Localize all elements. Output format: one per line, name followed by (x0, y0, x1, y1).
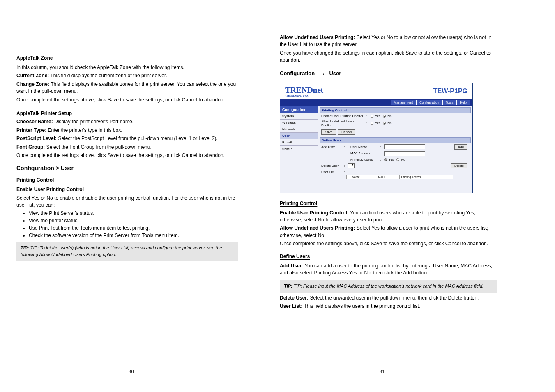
enable-user-printing-left: Enable User Printing Control (16, 186, 238, 193)
enable-user-printing-right: Enable User Printing Control: You can li… (280, 210, 497, 224)
table-col-pa: Printing Access (399, 175, 453, 179)
model-label: TEW-P1PG (433, 88, 467, 95)
postscript-level: PostScript Level: Select the PostScript … (16, 135, 238, 142)
define-users-head: Define Users (280, 254, 497, 259)
radio-pa-yes[interactable] (384, 158, 387, 161)
printer-setup-save: Once completed the settings above, click… (16, 152, 238, 159)
enable-user-printing-text-left: Select Yes or No to enable or disable th… (16, 195, 238, 209)
breadcrumb-arrow: Configuration → User (280, 69, 497, 78)
opt-3: Use Print Test from the Tools menu item … (29, 225, 238, 231)
table-col-name: Name (350, 175, 376, 179)
radio-allow-yes[interactable] (371, 122, 373, 125)
opt-2: View the printer status. (29, 218, 238, 224)
user-name-input[interactable] (384, 144, 425, 149)
tip-box-left: TIP: TIP: To let the user(s) (who is not… (16, 242, 238, 261)
section-configuration-user: Configuration > User (16, 165, 238, 171)
page-left: AppleTalk Zone In this column, you shoul… (16, 8, 246, 378)
printer-setup-head: AppleTalk Printer Setup (16, 110, 238, 117)
allow-undefined-right: Allow Undefined Users Printing: Select Y… (280, 225, 497, 239)
apple-zone-save: Once completed the settings above, click… (16, 97, 238, 104)
radio-enable-yes[interactable] (371, 115, 373, 118)
opt-4: Check the software version of the Print … (29, 233, 238, 238)
printer-type: Printer Type: Enter the printer's type i… (16, 127, 238, 134)
page-number-left: 40 (129, 369, 134, 374)
ss-top-nav: Management Configuration Tools Help (280, 99, 472, 106)
appletalk-zone-head: AppleTalk Zone (16, 55, 238, 61)
ss-add-user-row: Add User: User Name: Add (320, 143, 471, 150)
table-col-mac: MAC (376, 175, 399, 179)
change-zone: Change Zone: This field displays the ava… (16, 81, 238, 95)
ss-header: TRENDnet TRENDware, USA TEW-P1PG (280, 83, 472, 99)
ss-printing-access-row: Printing Access: Yes No (320, 157, 471, 162)
nav-tools[interactable]: Tools (442, 100, 457, 105)
nav-help[interactable]: Help (457, 100, 470, 105)
sidebar-item-wireless[interactable]: Wireless (280, 120, 318, 126)
page-number-right: 41 (380, 369, 385, 374)
sidebar-item-snmp[interactable]: SNMP (280, 146, 318, 152)
user-list-text: User List: This field displays the users… (280, 303, 497, 310)
sidebar-item-network[interactable]: Network (280, 126, 318, 133)
font-group: Font Group: Select the Font Group from t… (16, 144, 238, 151)
save-button[interactable]: Save (321, 129, 336, 135)
sidebar-head: Configuration (280, 106, 318, 113)
printing-control-head-left: Printing Control (16, 177, 238, 183)
radio-enable-no[interactable] (383, 115, 386, 118)
tip-box-right: TIP: TIP: Please input the MAC Address o… (280, 280, 497, 293)
ss-delete-user-row: Delete User: Delete (320, 162, 471, 169)
opt-1: View the Print Server's status. (29, 210, 238, 216)
radio-allow-no[interactable] (383, 122, 386, 125)
page-right: Allow Undefined Users Printing: Select Y… (267, 8, 497, 378)
ss-sidebar: Configuration System Wireless Network Us… (280, 106, 318, 193)
ss-row-allow: Allow Undefined Users Printing: Yes No (320, 119, 471, 128)
radio-pa-no[interactable] (396, 158, 399, 161)
nav-management[interactable]: Management (391, 100, 417, 105)
chooser-name: Chooser Name: Display the print server's… (16, 118, 238, 125)
add-user-text: Add User: You can add a user to the prin… (280, 263, 497, 277)
current-zone: Current Zone: This field displays the cu… (16, 72, 238, 79)
ss-user-list-row: User List: (320, 169, 471, 175)
delete-button[interactable]: Delete (451, 163, 467, 168)
cancel-button[interactable]: Cancel (338, 129, 355, 135)
sidebar-item-email[interactable]: E-mail (280, 139, 318, 146)
save-cancel-right: Once completed the settings above, click… (280, 240, 497, 247)
config-user-screenshot: TRENDnet TRENDware, USA TEW-P1PG Managem… (280, 83, 473, 193)
sidebar-item-system[interactable]: System (280, 113, 318, 120)
ss-define-users-head: Define Users (320, 137, 471, 143)
nav-configuration[interactable]: Configuration (416, 100, 442, 105)
ss-row-enable: Enable User Printing Control: Yes No (320, 113, 471, 119)
ss-mac-row: MAC Address: (320, 150, 471, 157)
delete-user-select[interactable] (348, 163, 355, 168)
appletalk-zone-intro: In this column, you should check the App… (16, 64, 238, 71)
delete-user-text: Delete User: Select the unwanted user in… (280, 295, 497, 302)
save-cancel-top-right: Once you have changed the settings in ea… (280, 50, 497, 64)
brand-logo: TRENDnet TRENDware, USA (285, 85, 323, 97)
arrow-icon: → (318, 69, 326, 78)
user-list-table: Name MAC Printing Access (346, 175, 453, 179)
printing-control-options: View the Print Server's status. View the… (29, 210, 238, 238)
add-button[interactable]: Add (454, 144, 467, 150)
mac-address-input[interactable] (384, 151, 425, 156)
ss-main: Printing Control Enable User Printing Co… (318, 106, 472, 193)
sidebar-item-user[interactable]: User (280, 133, 318, 139)
printing-control-head-right: Printing Control (280, 201, 497, 206)
ss-printing-control-head: Printing Control (320, 107, 471, 113)
allow-undefined-top: Allow Undefined Users Printing: Select Y… (280, 34, 497, 48)
